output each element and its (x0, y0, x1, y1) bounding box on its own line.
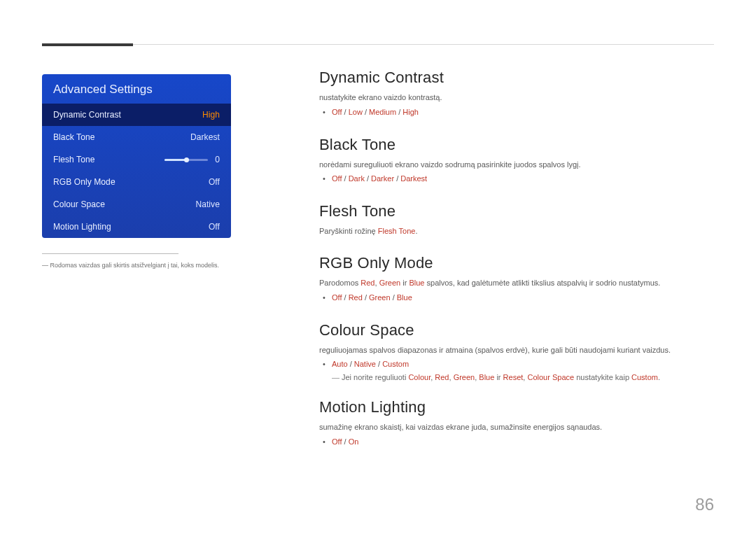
section-desc: sumažinę ekrano skaistį, kai vaizdas ekr… (319, 422, 714, 433)
row-label: Colour Space (53, 199, 105, 209)
section-motion-lighting: Motion Lighting sumažinę ekrano skaistį,… (319, 398, 714, 449)
section-title: Black Tone (319, 136, 714, 154)
panel-title: Advanced Settings (42, 74, 231, 104)
option-line: Off / Red / Green / Blue (332, 292, 714, 304)
section-desc: Parodomos Red, Green ir Blue spalvos, ka… (319, 278, 714, 289)
row-value: Off (209, 222, 220, 232)
row-value: 0 (215, 155, 220, 164)
section-rgb-only: RGB Only Mode Parodomos Red, Green ir Bl… (319, 254, 714, 304)
section-desc: Paryškinti rožinę Flesh Tone. (319, 226, 714, 237)
footnote-divider (42, 253, 178, 254)
row-value: Darkest (190, 132, 220, 142)
option-line: Auto / Native / Custom (332, 358, 714, 371)
section-colour-space: Colour Space reguliuojamas spalvos diapa… (319, 321, 714, 382)
section-title: Flesh Tone (319, 202, 714, 220)
section-black-tone: Black Tone norėdami sureguliuoti ekrano … (319, 136, 714, 186)
row-value: Native (195, 199, 220, 209)
section-title: RGB Only Mode (319, 254, 714, 272)
right-column: Dynamic Contrast nustatykite ekrano vaiz… (319, 69, 714, 465)
top-indicator (42, 43, 133, 46)
row-value: Off (209, 177, 220, 187)
footnote: ― Rodomas vaizdas gali skirtis atsižvelg… (42, 261, 231, 271)
section-desc: nustatykite ekrano vaizdo kontrastą. (319, 92, 714, 104)
row-label: Black Tone (53, 132, 94, 142)
section-desc: norėdami sureguliuoti ekrano vaizdo sodr… (319, 160, 714, 171)
panel-row-black-tone[interactable]: Black Tone Darkest (42, 126, 231, 148)
row-label: RGB Only Mode (53, 177, 115, 187)
row-value: High (202, 110, 220, 120)
section-desc: reguliuojamas spalvos diapazonas ir atma… (319, 345, 714, 356)
panel-row-dynamic-contrast[interactable]: Dynamic Contrast High (42, 104, 231, 126)
section-title: Colour Space (319, 321, 714, 339)
top-rule (42, 44, 714, 45)
section-title: Dynamic Contrast (319, 69, 714, 87)
row-label: Dynamic Contrast (53, 110, 121, 120)
option-line: Off / Dark / Darker / Darkest (332, 173, 714, 185)
row-value-group: 0 (164, 155, 220, 164)
section-flesh-tone: Flesh Tone Paryškinti rožinę Flesh Tone. (319, 202, 714, 237)
section-title: Motion Lighting (319, 398, 714, 416)
settings-panel: Advanced Settings Dynamic Contrast High … (42, 74, 231, 238)
page-number: 86 (695, 495, 714, 514)
row-label: Motion Lighting (53, 222, 111, 232)
section-note: Jei norite reguliuoti Colour, Red, Green… (319, 373, 714, 381)
panel-row-rgb-only[interactable]: RGB Only Mode Off (42, 171, 231, 193)
left-column: Advanced Settings Dynamic Contrast High … (42, 74, 231, 271)
panel-row-flesh-tone[interactable]: Flesh Tone 0 (42, 148, 231, 171)
section-dynamic-contrast: Dynamic Contrast nustatykite ekrano vaiz… (319, 69, 714, 119)
panel-row-colour-space[interactable]: Colour Space Native (42, 193, 231, 216)
option-line: Off / On (332, 436, 714, 449)
row-label: Flesh Tone (53, 155, 94, 164)
page: Advanced Settings Dynamic Contrast High … (0, 0, 756, 534)
slider[interactable] (164, 159, 208, 161)
panel-row-motion-lighting[interactable]: Motion Lighting Off (42, 216, 231, 238)
option-line: Off / Low / Medium / High (332, 106, 714, 119)
